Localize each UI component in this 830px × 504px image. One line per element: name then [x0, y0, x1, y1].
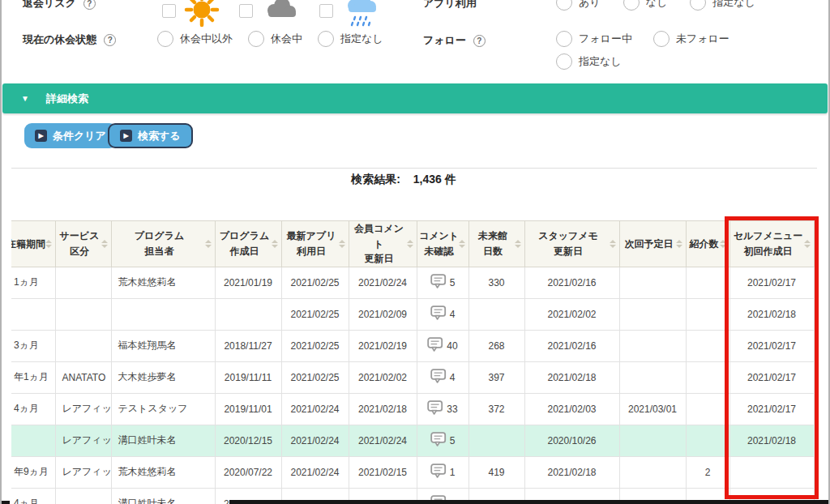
radio-button-icon[interactable]: [248, 31, 264, 47]
comment-bubble-icon: [430, 369, 447, 386]
table-cell: 2021/02/25: [281, 267, 349, 298]
help-icon[interactable]: ?: [104, 34, 116, 46]
clear-conditions-button[interactable]: ▶ 条件クリア: [24, 123, 117, 148]
table-cell: 419: [468, 456, 524, 488]
column-header[interactable]: 未来館日数: [468, 221, 524, 267]
result-count-label: 検索結果:: [351, 173, 400, 186]
table-cell: レアフィット: [55, 456, 111, 488]
suspension-radio-option[interactable]: 指定なし: [318, 31, 383, 47]
column-header-label: 更新日: [351, 251, 408, 267]
table-cell: 40: [417, 330, 468, 361]
sort-arrows-icon[interactable]: [272, 240, 278, 248]
column-header[interactable]: プログラム担当者: [111, 221, 215, 267]
help-icon[interactable]: ?: [473, 35, 486, 47]
weather-checkbox[interactable]: [162, 4, 176, 18]
radio-button-icon[interactable]: [623, 0, 640, 11]
column-header-label: サービス: [58, 229, 102, 244]
table-cell: [55, 267, 111, 298]
column-header-label: 初回作成日: [732, 244, 805, 259]
radio-button-icon[interactable]: [318, 31, 334, 47]
follow-radio-option[interactable]: 指定なし: [556, 53, 622, 70]
weather-checkbox[interactable]: [319, 4, 333, 18]
table-cell: 2021/02/03: [524, 393, 619, 425]
follow-radio-label: フォロー中: [579, 32, 632, 46]
table-cell: 4: [417, 361, 468, 393]
search-button[interactable]: ▶ 検索する: [108, 123, 193, 148]
table-cell: 荒木姓悠莉名: [111, 456, 215, 488]
weather-option[interactable]: [319, 2, 380, 28]
result-count: 検索結果: 1,436 件: [0, 173, 807, 187]
churn-risk-options: [162, 2, 380, 28]
churn-risk-label: 退会リスク: [23, 0, 76, 11]
sort-arrows-icon[interactable]: [720, 240, 726, 248]
table-cell: 大木姓歩夢名: [111, 361, 215, 393]
results-table: 在籍期間サービス区分プログラム担当者プログラム作成日最新アプリ利用日会員コメント…: [11, 220, 815, 504]
suspension-radio-option[interactable]: 休会中: [248, 31, 302, 47]
table-cell: [619, 267, 686, 298]
radio-button-icon[interactable]: [556, 53, 572, 70]
follow-radio-option[interactable]: フォロー中: [556, 31, 632, 47]
column-header[interactable]: 紹介数: [686, 221, 729, 267]
app-usage-radio-option[interactable]: なし: [623, 0, 668, 11]
table-cell: 2019/11/11: [215, 361, 281, 393]
radio-button-icon[interactable]: [556, 31, 572, 47]
sort-arrows-icon[interactable]: [101, 240, 108, 248]
app-usage-radio-option[interactable]: 指定なし: [690, 0, 755, 11]
table-cell: 2021/02/15: [349, 456, 417, 488]
column-header-label: 更新日: [527, 244, 610, 259]
column-header[interactable]: サービス区分: [55, 221, 111, 267]
table-cell: [111, 298, 215, 330]
comment-bubble-icon: [427, 337, 444, 354]
table-cell: 荒木姓悠莉名: [111, 267, 215, 298]
column-header[interactable]: セルフメニュー初回作成日: [729, 221, 814, 267]
detail-search-collapse-bar[interactable]: ▼ 詳細検索: [2, 83, 828, 113]
suspension-radio-option[interactable]: 休会中以外: [157, 31, 233, 47]
sort-arrows-icon[interactable]: [45, 240, 52, 248]
column-header[interactable]: コメント未確認: [417, 221, 468, 267]
column-header[interactable]: 次回予定日: [619, 221, 686, 267]
radio-button-icon[interactable]: [157, 31, 173, 47]
table-cell: 2021/02/24: [281, 393, 349, 425]
table-cell: [686, 298, 729, 330]
sort-arrows-icon[interactable]: [804, 240, 811, 248]
weather-checkbox[interactable]: [239, 4, 253, 18]
table-header-row: 在籍期間サービス区分プログラム担当者プログラム作成日最新アプリ利用日会員コメント…: [11, 221, 814, 267]
column-header[interactable]: 会員コメント更新日: [349, 221, 417, 267]
table-cell: 2021/02/18: [524, 361, 619, 393]
unread-comment-count: 4: [450, 309, 456, 320]
unread-comment-count: 5: [450, 277, 456, 288]
app-usage-radio-option[interactable]: あり: [556, 0, 601, 11]
follow-radio-label: 指定なし: [579, 54, 622, 69]
table-cell: 2021/02/24: [281, 456, 349, 488]
radio-button-icon[interactable]: [653, 31, 670, 47]
table-cell: 2021/02/02: [349, 361, 417, 393]
column-header[interactable]: スタッフメモ更新日: [524, 221, 619, 267]
radio-button-icon[interactable]: [690, 0, 706, 11]
table-cell: 2021/02/09: [349, 298, 417, 330]
sort-arrows-icon[interactable]: [459, 240, 465, 248]
weather-option[interactable]: [239, 2, 300, 28]
table-cell: [55, 488, 111, 504]
column-header[interactable]: プログラム作成日: [215, 221, 281, 267]
help-icon[interactable]: ?: [83, 0, 96, 10]
sort-arrows-icon[interactable]: [676, 240, 682, 248]
table-cell: 年9ヵ月: [11, 456, 55, 488]
sort-arrows-icon[interactable]: [610, 240, 616, 248]
suspension-radio-label: 指定なし: [340, 32, 383, 46]
column-header[interactable]: 最新アプリ利用日: [281, 221, 349, 267]
play-icon: ▶: [35, 130, 47, 142]
table-cell: [619, 330, 686, 361]
table-cell: 2: [686, 456, 729, 488]
sort-arrows-icon[interactable]: [407, 240, 413, 248]
radio-button-icon[interactable]: [556, 0, 572, 11]
weather-option[interactable]: [162, 2, 220, 28]
column-header[interactable]: 在籍期間: [11, 221, 55, 267]
sort-arrows-icon[interactable]: [515, 240, 521, 248]
unread-comment-count: 33: [447, 404, 457, 415]
sort-arrows-icon[interactable]: [339, 240, 345, 248]
follow-radio-option[interactable]: 未フォロー: [653, 31, 729, 47]
sort-arrows-icon[interactable]: [205, 240, 212, 248]
table-cell: 33: [417, 393, 468, 425]
section-divider: [11, 168, 817, 169]
column-header-label: 未来館: [471, 229, 516, 244]
